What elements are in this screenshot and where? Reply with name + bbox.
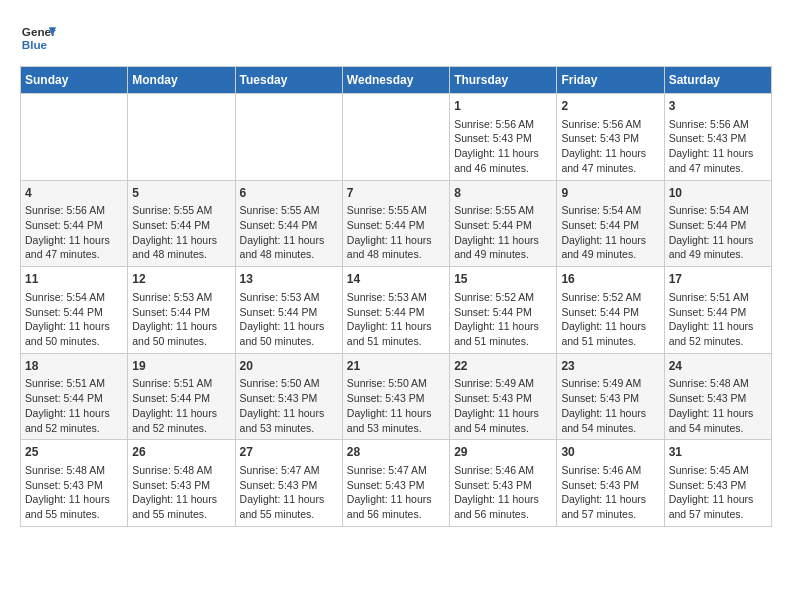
- day-info: and 51 minutes.: [454, 334, 552, 349]
- day-number: 20: [240, 358, 338, 375]
- day-number: 28: [347, 444, 445, 461]
- calendar-cell: 13Sunrise: 5:53 AMSunset: 5:44 PMDayligh…: [235, 267, 342, 354]
- day-number: 23: [561, 358, 659, 375]
- day-info: Daylight: 11 hours: [454, 319, 552, 334]
- day-info: Daylight: 11 hours: [561, 319, 659, 334]
- day-number: 24: [669, 358, 767, 375]
- day-info: Sunrise: 5:46 AM: [454, 463, 552, 478]
- week-row-2: 4Sunrise: 5:56 AMSunset: 5:44 PMDaylight…: [21, 180, 772, 267]
- day-header-sunday: Sunday: [21, 67, 128, 94]
- day-info: Sunset: 5:44 PM: [669, 305, 767, 320]
- day-number: 18: [25, 358, 123, 375]
- day-info: Sunrise: 5:51 AM: [132, 376, 230, 391]
- day-info: and 52 minutes.: [132, 421, 230, 436]
- day-info: and 55 minutes.: [25, 507, 123, 522]
- day-info: Sunset: 5:44 PM: [132, 391, 230, 406]
- day-info: Sunrise: 5:51 AM: [669, 290, 767, 305]
- day-info: and 56 minutes.: [454, 507, 552, 522]
- calendar-cell: 21Sunrise: 5:50 AMSunset: 5:43 PMDayligh…: [342, 353, 449, 440]
- day-info: Daylight: 11 hours: [132, 233, 230, 248]
- day-info: Daylight: 11 hours: [561, 492, 659, 507]
- day-info: and 53 minutes.: [347, 421, 445, 436]
- days-header-row: SundayMondayTuesdayWednesdayThursdayFrid…: [21, 67, 772, 94]
- day-info: and 57 minutes.: [561, 507, 659, 522]
- day-info: Sunset: 5:44 PM: [25, 218, 123, 233]
- day-info: Sunset: 5:43 PM: [347, 391, 445, 406]
- day-info: Daylight: 11 hours: [240, 406, 338, 421]
- day-number: 27: [240, 444, 338, 461]
- day-info: Daylight: 11 hours: [132, 492, 230, 507]
- day-info: and 54 minutes.: [454, 421, 552, 436]
- calendar-cell: [235, 94, 342, 181]
- day-number: 12: [132, 271, 230, 288]
- day-number: 15: [454, 271, 552, 288]
- day-info: Daylight: 11 hours: [240, 492, 338, 507]
- day-info: and 50 minutes.: [132, 334, 230, 349]
- calendar-cell: 3Sunrise: 5:56 AMSunset: 5:43 PMDaylight…: [664, 94, 771, 181]
- day-info: and 51 minutes.: [561, 334, 659, 349]
- day-info: and 52 minutes.: [25, 421, 123, 436]
- calendar-cell: 29Sunrise: 5:46 AMSunset: 5:43 PMDayligh…: [450, 440, 557, 527]
- calendar-cell: 17Sunrise: 5:51 AMSunset: 5:44 PMDayligh…: [664, 267, 771, 354]
- week-row-4: 18Sunrise: 5:51 AMSunset: 5:44 PMDayligh…: [21, 353, 772, 440]
- day-info: and 48 minutes.: [240, 247, 338, 262]
- day-info: Sunset: 5:43 PM: [669, 391, 767, 406]
- calendar-cell: 7Sunrise: 5:55 AMSunset: 5:44 PMDaylight…: [342, 180, 449, 267]
- day-number: 9: [561, 185, 659, 202]
- day-info: Sunrise: 5:56 AM: [454, 117, 552, 132]
- day-info: and 49 minutes.: [454, 247, 552, 262]
- calendar-cell: 20Sunrise: 5:50 AMSunset: 5:43 PMDayligh…: [235, 353, 342, 440]
- day-info: Daylight: 11 hours: [561, 233, 659, 248]
- day-info: Sunrise: 5:55 AM: [347, 203, 445, 218]
- day-info: Daylight: 11 hours: [454, 233, 552, 248]
- day-info: Daylight: 11 hours: [561, 406, 659, 421]
- day-header-friday: Friday: [557, 67, 664, 94]
- day-info: Sunrise: 5:45 AM: [669, 463, 767, 478]
- day-info: Sunset: 5:43 PM: [561, 391, 659, 406]
- calendar-cell: 23Sunrise: 5:49 AMSunset: 5:43 PMDayligh…: [557, 353, 664, 440]
- day-info: Sunset: 5:44 PM: [132, 305, 230, 320]
- calendar-cell: 14Sunrise: 5:53 AMSunset: 5:44 PMDayligh…: [342, 267, 449, 354]
- day-number: 31: [669, 444, 767, 461]
- day-info: Sunrise: 5:46 AM: [561, 463, 659, 478]
- day-info: Sunrise: 5:55 AM: [132, 203, 230, 218]
- day-info: Sunset: 5:44 PM: [454, 305, 552, 320]
- day-number: 5: [132, 185, 230, 202]
- day-number: 13: [240, 271, 338, 288]
- day-info: Daylight: 11 hours: [347, 406, 445, 421]
- calendar-cell: 27Sunrise: 5:47 AMSunset: 5:43 PMDayligh…: [235, 440, 342, 527]
- day-info: Sunrise: 5:53 AM: [240, 290, 338, 305]
- day-info: Sunrise: 5:53 AM: [347, 290, 445, 305]
- logo: General Blue: [20, 20, 56, 56]
- day-info: Daylight: 11 hours: [561, 146, 659, 161]
- day-info: Sunrise: 5:50 AM: [347, 376, 445, 391]
- day-info: Sunset: 5:44 PM: [132, 218, 230, 233]
- day-info: and 56 minutes.: [347, 507, 445, 522]
- day-info: Sunrise: 5:48 AM: [25, 463, 123, 478]
- day-info: and 54 minutes.: [669, 421, 767, 436]
- day-number: 11: [25, 271, 123, 288]
- day-info: Sunset: 5:43 PM: [240, 478, 338, 493]
- day-info: Daylight: 11 hours: [669, 406, 767, 421]
- day-info: Daylight: 11 hours: [454, 406, 552, 421]
- day-info: Sunrise: 5:56 AM: [669, 117, 767, 132]
- day-number: 3: [669, 98, 767, 115]
- day-info: Daylight: 11 hours: [132, 319, 230, 334]
- calendar-cell: 4Sunrise: 5:56 AMSunset: 5:44 PMDaylight…: [21, 180, 128, 267]
- calendar-cell: 25Sunrise: 5:48 AMSunset: 5:43 PMDayligh…: [21, 440, 128, 527]
- calendar-cell: 24Sunrise: 5:48 AMSunset: 5:43 PMDayligh…: [664, 353, 771, 440]
- day-info: and 54 minutes.: [561, 421, 659, 436]
- day-info: Sunset: 5:44 PM: [25, 305, 123, 320]
- day-number: 21: [347, 358, 445, 375]
- day-info: Daylight: 11 hours: [25, 492, 123, 507]
- day-info: Sunset: 5:44 PM: [240, 218, 338, 233]
- day-info: and 49 minutes.: [669, 247, 767, 262]
- calendar-cell: 9Sunrise: 5:54 AMSunset: 5:44 PMDaylight…: [557, 180, 664, 267]
- day-info: and 51 minutes.: [347, 334, 445, 349]
- day-info: Sunset: 5:43 PM: [132, 478, 230, 493]
- day-number: 22: [454, 358, 552, 375]
- logo-icon: General Blue: [20, 20, 56, 56]
- day-info: Sunset: 5:43 PM: [347, 478, 445, 493]
- day-info: Sunset: 5:43 PM: [669, 478, 767, 493]
- day-number: 19: [132, 358, 230, 375]
